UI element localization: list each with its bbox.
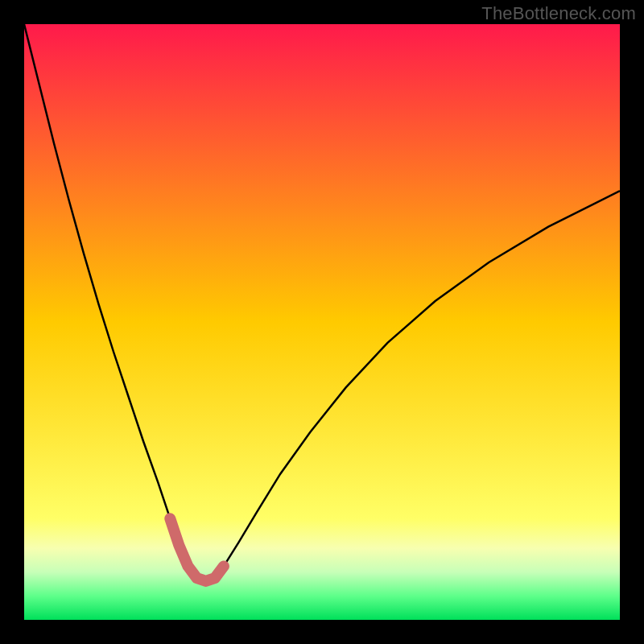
plot-area [24, 24, 620, 620]
chart-svg [24, 24, 620, 620]
attribution-text: TheBottleneck.com [481, 3, 636, 24]
chart-frame: TheBottleneck.com [0, 0, 644, 644]
gradient-background [24, 24, 620, 620]
